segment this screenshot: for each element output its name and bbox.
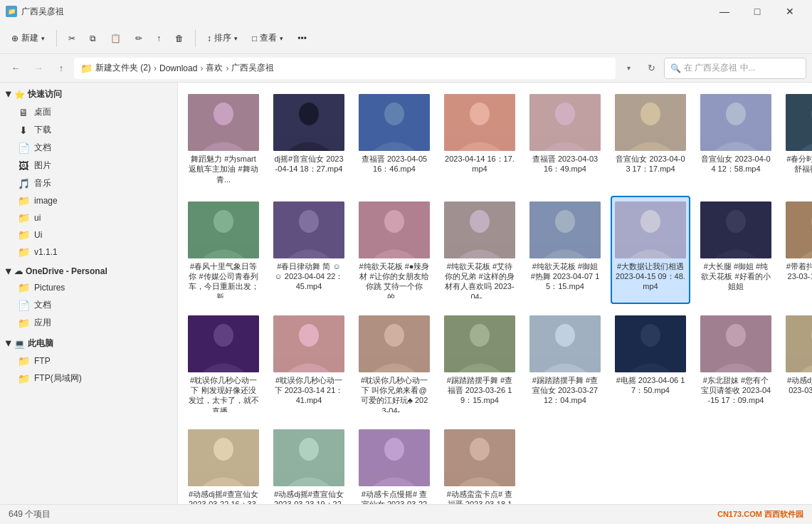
sidebar-item-music[interactable]: 🎵 音乐 📌 <box>0 174 177 192</box>
path-part-2[interactable]: Download <box>159 63 197 73</box>
Ui-folder-icon: 📁 <box>17 229 30 241</box>
file-thumbnail <box>359 315 430 372</box>
toolbar: ⊕ 新建 ▾ ✂ ⧉ 📋 ✏ ↑ 🗑 ↕ 排序 ▾ □ 查看 ▾ ••• <box>0 23 812 54</box>
file-name: #动感蛮蛮卡点# 查福晋 2023-03-18 14... <box>444 489 515 504</box>
svg-point-61 <box>555 324 575 347</box>
titlebar-title: 广西吴彦祖 <box>21 6 64 18</box>
address-path[interactable]: 📁 新建文件夹 (2) › Download › 喜欢 › 广西吴彦祖 <box>74 58 616 79</box>
close-button[interactable]: ✕ <box>774 0 806 23</box>
thispc-header[interactable]: ▶ 💻 此电脑 <box>0 335 177 352</box>
sidebar-item-documents[interactable]: 📄 文档 📌 <box>0 139 177 157</box>
rename-button[interactable]: ✏ <box>130 27 148 50</box>
path-part-4[interactable]: 广西吴彦祖 <box>231 62 274 74</box>
quick-access-header[interactable]: ▶ ⭐ 快速访问 <box>0 85 177 103</box>
sidebar-section-thispc: ▶ 💻 此电脑 📁 FTP 📁 FTP(局域网) <box>0 335 177 387</box>
file-item[interactable]: dj摇#音宣仙女 2023-04-14 18：27.mp4 <box>269 88 349 190</box>
file-item[interactable]: 查福晋 2023-04-05 16：46.mp4 <box>354 88 434 190</box>
maximize-button[interactable]: □ <box>741 0 774 23</box>
more-button[interactable]: ••• <box>292 27 312 50</box>
file-item[interactable]: #带着抖音逛漫展 2023-03-11 19：13.mp4 <box>781 196 812 304</box>
file-name: #大数据让我们相遇 2023-04-15 09：48.mp4 <box>615 261 686 292</box>
sidebar-item-downloads[interactable]: ⬇ 下载 📌 <box>0 121 177 139</box>
svg-point-34 <box>470 210 490 233</box>
back-button[interactable]: ← <box>6 58 26 78</box>
file-item[interactable]: 音宣仙女 2023-04-03 17：17.mp4 <box>611 88 690 190</box>
svg-rect-23 <box>786 137 812 151</box>
file-item[interactable]: 音宣仙女 2023-04-04 12：58.mp4 <box>696 88 776 190</box>
sidebar-item-v1[interactable]: 📁 v1.1.1 <box>0 243 177 261</box>
file-item[interactable]: 舞蹈魅力 #为smart返航车主加油 #舞动青... <box>184 88 263 190</box>
sidebar-item-ftp[interactable]: 📁 FTP <box>0 352 177 370</box>
sidebar-item-od-pictures[interactable]: 📁 Pictures <box>0 279 177 296</box>
file-item[interactable]: #大数据让我们相遇 2023-04-15 09：48.mp4 <box>611 196 690 304</box>
file-item[interactable]: #纯欲天花板 #御姐 #热舞 2023-04-07 15：15.mp4 <box>525 196 605 304</box>
share-button[interactable]: ↑ <box>151 27 167 50</box>
file-item[interactable]: #耽误你几秒心动一下 2023-03-14 21：41.mp4 <box>269 310 349 418</box>
delete-button[interactable]: 🗑 <box>169 27 189 50</box>
paste-button[interactable]: 📋 <box>105 27 127 50</box>
file-thumbnail <box>615 94 686 151</box>
file-thumbnail <box>700 94 771 151</box>
sidebar-item-image[interactable]: 📁 image <box>0 192 177 209</box>
file-item[interactable]: #动感卡点慢摇# 查宣仙女 2023-03-22 16：12.mp4 <box>354 424 434 504</box>
file-item[interactable]: #纯欲天花板 #艾待你的兄弟 #这样的身材有人喜欢吗 2023-04-... <box>440 196 520 304</box>
dropdown-button[interactable]: ▾ <box>618 58 638 78</box>
sidebar-item-Ui[interactable]: 📁 Ui <box>0 226 177 243</box>
file-item[interactable]: #电摇 2023-04-06 17：50.mp4 <box>611 310 690 418</box>
refresh-button[interactable]: ↻ <box>641 58 661 78</box>
downloads-icon: ⬇ <box>17 125 30 136</box>
sidebar-item-pictures[interactable]: 🖼 图片 📌 <box>0 157 177 174</box>
onedrive-header[interactable]: ▶ ☁ OneDrive - Personal <box>0 263 177 279</box>
sidebar-section-quick-access: ▶ ⭐ 快速访问 🖥 桌面 📌 ⬇ 下载 📌 📄 文档 📌 🖼 图片 <box>0 85 177 261</box>
file-item[interactable]: #动感dj摇#查宣仙女 2023-03-22 16：33.mp4 <box>184 424 263 504</box>
search-box[interactable]: 🔍 在 广西吴彦祖 中... <box>664 58 806 79</box>
sidebar-item-ftp-local[interactable]: 📁 FTP(局域网) <box>0 370 177 387</box>
svg-rect-35 <box>444 244 515 258</box>
onedrive-chevron: ▶ <box>5 268 13 274</box>
minimize-button[interactable]: — <box>708 0 741 23</box>
svg-point-25 <box>213 210 233 233</box>
sort-button[interactable]: ↕ 排序 ▾ <box>201 27 243 50</box>
file-item[interactable]: #踢踏踏摆手舞 #查福晋 2023-03-26 19：15.mp4 <box>440 310 520 418</box>
path-sep-1: › <box>154 63 157 73</box>
sidebar: ▶ ⭐ 快速访问 🖥 桌面 📌 ⬇ 下载 📌 📄 文档 📌 🖼 图片 <box>0 83 178 504</box>
svg-rect-77 <box>273 472 344 486</box>
svg-rect-26 <box>188 244 259 258</box>
file-name: #春风十里气象日等你 #传媒公司青春列车，今日重新出发；新... <box>188 261 259 298</box>
file-item[interactable]: #耽误你几秒心动一下 叫你兄弟来看@可爱的江好玩♣ 2023-04-... <box>354 310 434 418</box>
file-item[interactable]: #踢踏踏摆手舞 #查宣仙女 2023-03-27 12：04.mp4 <box>525 310 605 418</box>
file-item[interactable]: #春分时节好入眠 @舒福德官方帐号 <box>781 88 812 190</box>
file-item[interactable]: #纯欲天花板 #●辣身材 #让你的女朋友给你跳 艾待一个你的... <box>354 196 434 304</box>
ftp-local-icon: 📁 <box>17 373 30 384</box>
file-item[interactable]: #动感dj摇#查宣仙女 2023-03-23 19：22.mp4 <box>269 424 349 504</box>
path-part-3[interactable]: 喜欢 <box>206 62 223 74</box>
copy-button[interactable]: ⧉ <box>84 27 102 50</box>
file-item[interactable]: 查福晋 2023-04-03 16：49.mp4 <box>525 88 605 190</box>
file-item[interactable]: #动感dj摇#查福晋 2023-03-22 16：22.mp4 <box>781 310 812 418</box>
new-button[interactable]: ⊕ 新建 ▾ <box>6 27 51 50</box>
forward-button[interactable]: → <box>28 58 48 78</box>
thispc-label: 此电脑 <box>28 337 53 350</box>
sidebar-item-od-apps[interactable]: 📁 应用 <box>0 314 177 332</box>
file-item[interactable]: #大长腿 #御姐 #纯欲天花板 #好看的小姐姐 <box>696 196 776 304</box>
titlebar: 📁 广西吴彦祖 — □ ✕ <box>0 0 812 23</box>
file-item[interactable]: #东北甜妹 #您有个宝贝请签收 2023-04-15 17：09.mp4 <box>696 310 776 418</box>
file-item[interactable]: 2023-04-14 16：17.mp4 <box>440 88 520 190</box>
cut-button[interactable]: ✂ <box>63 27 81 50</box>
titlebar-left: 📁 广西吴彦祖 <box>6 6 64 18</box>
file-thumbnail <box>786 315 812 372</box>
sidebar-item-od-apps-label: 应用 <box>34 317 51 329</box>
sidebar-item-desktop[interactable]: 🖥 桌面 📌 <box>0 103 177 121</box>
file-name: #电摇 2023-04-06 17：50.mp4 <box>615 375 686 396</box>
file-item[interactable]: #春风十里气象日等你 #传媒公司青春列车，今日重新出发；新... <box>184 196 263 304</box>
view-button[interactable]: □ 查看 ▾ <box>246 27 289 50</box>
sidebar-item-ui[interactable]: 📁 ui <box>0 209 177 226</box>
file-item[interactable]: #耽误你几秒心动一下 刚发现好像还没发过，太卡了，就不直播... <box>184 310 263 418</box>
path-part-1[interactable]: 新建文件夹 (2) <box>95 62 151 74</box>
sidebar-item-od-documents[interactable]: 📄 文档 <box>0 296 177 314</box>
main-layout: ▶ ⭐ 快速访问 🖥 桌面 📌 ⬇ 下载 📌 📄 文档 📌 🖼 图片 <box>0 83 812 504</box>
search-icon: 🔍 <box>670 63 681 73</box>
file-item[interactable]: #动感蛮蛮卡点# 查福晋 2023-03-18 14... <box>440 424 520 504</box>
up-button[interactable]: ↑ <box>51 58 71 78</box>
file-item[interactable]: #春日律动舞 简 ☺☺ 2023-04-04 22：45.mp4 <box>269 196 349 304</box>
